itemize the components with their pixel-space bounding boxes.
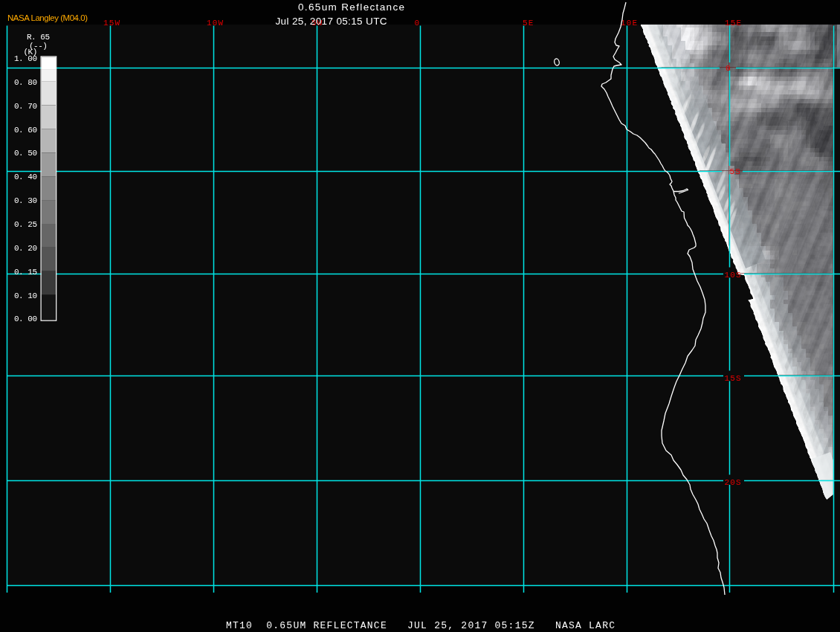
svg-text:0. 20: 0. 20 xyxy=(14,244,37,253)
svg-text:0. 60: 0. 60 xyxy=(14,126,37,135)
svg-text:15S: 15S xyxy=(725,374,742,383)
svg-text:0. 80: 0. 80 xyxy=(14,78,37,87)
svg-text:1. 00: 1. 00 xyxy=(14,54,37,63)
svg-text:15E: 15E xyxy=(725,19,742,28)
svg-text:0.65um Reflectance: 0.65um Reflectance xyxy=(298,1,404,13)
svg-text:Jul 25, 2017 05:15 UTC: Jul 25, 2017 05:15 UTC xyxy=(276,16,387,27)
svg-text:NASA Langley (M04.0): NASA Langley (M04.0) xyxy=(7,13,88,22)
svg-text:R. 65: R. 65 xyxy=(27,33,50,42)
svg-text:5E: 5E xyxy=(523,19,534,28)
svg-text:10S: 10S xyxy=(725,271,742,280)
svg-text:10W: 10W xyxy=(207,19,224,28)
svg-text:0: 0 xyxy=(415,19,421,28)
svg-text:0: 0 xyxy=(726,64,731,73)
svg-text:0. 40: 0. 40 xyxy=(14,172,37,181)
svg-text:0. 15: 0. 15 xyxy=(14,268,37,277)
svg-text:10E: 10E xyxy=(621,19,638,28)
svg-text:5S: 5S xyxy=(730,167,742,176)
svg-text:MT10 0.65UM REFLECTANCE JUL: MT10 0.65UM REFLECTANCE JUL 25, 2017 05:… xyxy=(226,620,615,631)
svg-text:0. 30: 0. 30 xyxy=(14,196,37,205)
svg-text:0. 50: 0. 50 xyxy=(14,149,37,158)
svg-text:20S: 20S xyxy=(725,478,742,487)
svg-text:0. 10: 0. 10 xyxy=(14,291,37,300)
svg-text:0. 70: 0. 70 xyxy=(14,102,37,111)
svg-text:0. 00: 0. 00 xyxy=(14,315,37,323)
svg-text:0. 25: 0. 25 xyxy=(14,220,37,229)
svg-text:15W: 15W xyxy=(103,19,120,28)
